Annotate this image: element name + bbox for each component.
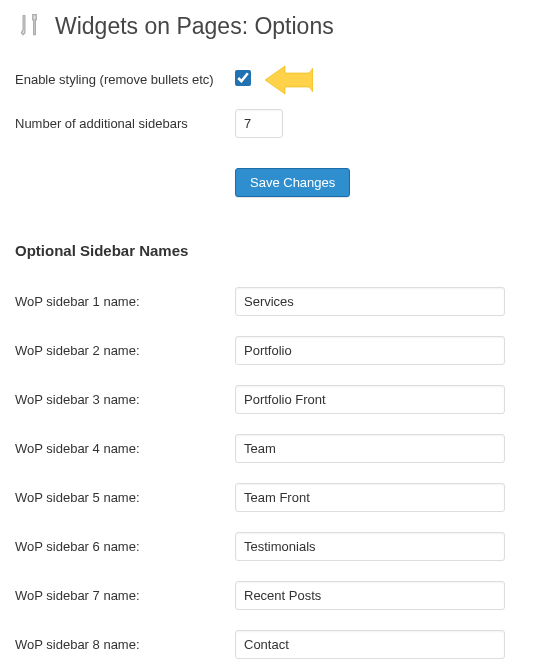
num-sidebars-label: Number of additional sidebars <box>15 99 235 148</box>
sidebar-name-input[interactable] <box>235 483 505 512</box>
options-table: Enable styling (remove bullets etc) Numb… <box>15 60 519 148</box>
section-title: Optional Sidebar Names <box>15 242 519 259</box>
sidebar-names-table: WoP sidebar 1 name:WoP sidebar 2 name:Wo… <box>15 277 519 668</box>
tools-icon <box>15 10 47 42</box>
sidebar-name-label: WoP sidebar 3 name: <box>15 375 235 424</box>
num-sidebars-input[interactable] <box>235 109 283 138</box>
sidebar-name-input[interactable] <box>235 336 505 365</box>
sidebar-name-input[interactable] <box>235 287 505 316</box>
save-button[interactable]: Save Changes <box>235 168 350 197</box>
arrow-icon <box>265 62 313 98</box>
enable-styling-checkbox[interactable] <box>235 70 251 86</box>
sidebar-name-input[interactable] <box>235 630 505 659</box>
enable-styling-label: Enable styling (remove bullets etc) <box>15 60 235 99</box>
page-header: Widgets on Pages: Options <box>15 10 519 42</box>
sidebar-name-label: WoP sidebar 1 name: <box>15 277 235 326</box>
sidebar-name-label: WoP sidebar 7 name: <box>15 571 235 620</box>
sidebar-name-label: WoP sidebar 8 name: <box>15 620 235 668</box>
sidebar-name-input[interactable] <box>235 434 505 463</box>
sidebar-name-input[interactable] <box>235 532 505 561</box>
svg-marker-0 <box>265 66 313 94</box>
sidebar-name-label: WoP sidebar 4 name: <box>15 424 235 473</box>
sidebar-name-label: WoP sidebar 6 name: <box>15 522 235 571</box>
sidebar-name-label: WoP sidebar 5 name: <box>15 473 235 522</box>
sidebar-name-input[interactable] <box>235 581 505 610</box>
page-title: Widgets on Pages: Options <box>55 13 334 40</box>
sidebar-name-input[interactable] <box>235 385 505 414</box>
sidebar-name-label: WoP sidebar 2 name: <box>15 326 235 375</box>
save-row-top: Save Changes <box>15 148 519 222</box>
